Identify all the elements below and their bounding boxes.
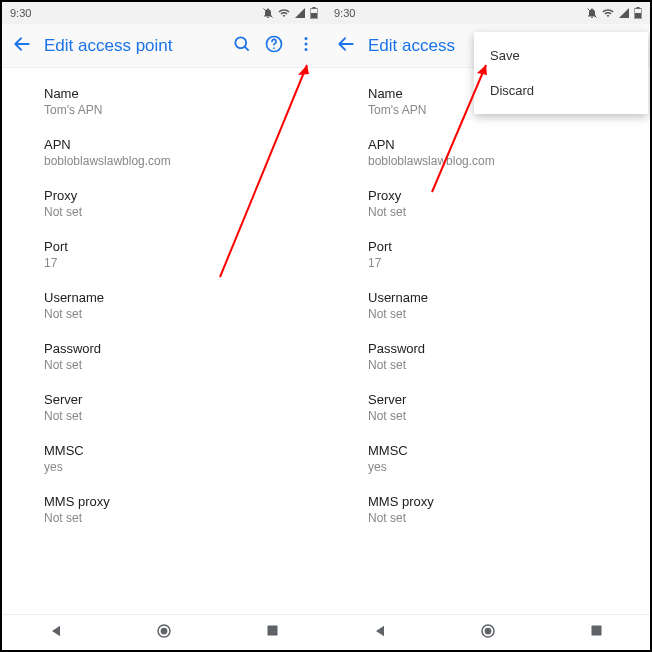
wifi-icon [602,7,614,19]
field-label: Username [44,290,314,305]
field-label: MMS proxy [44,494,314,509]
field-apn[interactable]: APNbobloblawslawblog.com [44,127,326,178]
status-bar: 9:30 [2,2,326,24]
field-username[interactable]: UsernameNot set [368,280,650,331]
menu-item-discard[interactable]: Discard [474,73,648,108]
svg-line-6 [245,46,249,50]
field-value: yes [368,460,638,474]
battery-icon [310,7,318,19]
nav-home-button[interactable] [155,622,173,644]
field-label: Name [44,86,314,101]
field-label: MMS proxy [368,494,638,509]
field-value: Not set [368,409,638,423]
app-bar: Edit access point [2,24,326,68]
svg-point-23 [485,627,492,634]
field-name[interactable]: NameTom's APN [44,76,326,127]
field-label: Password [44,341,314,356]
field-value: 17 [368,256,638,270]
dnd-icon [586,7,598,19]
field-label: Proxy [368,188,638,203]
field-proxy[interactable]: ProxyNot set [44,178,326,229]
svg-point-8 [273,47,275,49]
svg-rect-2 [313,7,316,9]
field-label: APN [368,137,638,152]
field-label: Proxy [44,188,314,203]
svg-rect-19 [637,7,640,9]
wifi-icon [278,7,290,19]
field-server[interactable]: ServerNot set [368,382,650,433]
field-label: Username [368,290,638,305]
field-mms-proxy[interactable]: MMS proxyNot set [44,484,326,535]
page-title: Edit access point [44,36,220,56]
svg-point-5 [235,37,246,48]
field-label: Password [368,341,638,356]
screen-left: 9:30 Edit access point N [2,2,326,650]
field-label: MMSC [44,443,314,458]
nav-back-button[interactable] [372,623,388,643]
field-value: Not set [44,409,314,423]
field-value: Not set [368,205,638,219]
field-value: Not set [368,511,638,525]
field-password[interactable]: PasswordNot set [368,331,650,382]
battery-icon [634,7,642,19]
field-label: Server [44,392,314,407]
fields-list: NameTom's APN APNbobloblawslawblog.com P… [326,68,650,614]
field-mmsc[interactable]: MMSCyes [44,433,326,484]
fade [2,594,326,614]
field-value: Tom's APN [44,103,314,117]
field-mmsc[interactable]: MMSCyes [368,433,650,484]
field-value: Not set [368,358,638,372]
status-bar: 9:30 [326,2,650,24]
svg-point-11 [305,47,308,50]
field-server[interactable]: ServerNot set [44,382,326,433]
field-value: Not set [44,358,314,372]
search-button[interactable] [232,34,252,58]
svg-rect-20 [635,13,641,18]
menu-item-save[interactable]: Save [474,38,648,73]
nav-recent-button[interactable] [589,623,604,642]
field-value: bobloblawslawblog.com [44,154,314,168]
field-label: APN [44,137,314,152]
back-button[interactable] [12,34,32,58]
svg-point-9 [305,37,308,40]
status-icons [586,7,642,19]
field-label: Port [368,239,638,254]
field-value: yes [44,460,314,474]
field-value: Not set [368,307,638,321]
field-value: Not set [44,511,314,525]
back-button[interactable] [336,34,356,58]
nav-home-button[interactable] [479,622,497,644]
field-port[interactable]: Port17 [368,229,650,280]
fields-list: NameTom's APN APNbobloblawslawblog.com P… [2,68,326,614]
dnd-icon [262,7,274,19]
svg-rect-14 [268,626,278,636]
fade [326,594,650,614]
field-username[interactable]: UsernameNot set [44,280,326,331]
nav-bar [2,614,326,650]
field-label: Port [44,239,314,254]
nav-recent-button[interactable] [265,623,280,642]
overflow-menu-button[interactable] [296,34,316,58]
field-proxy[interactable]: ProxyNot set [368,178,650,229]
field-value: Not set [44,205,314,219]
field-value: 17 [44,256,314,270]
nav-back-button[interactable] [48,623,64,643]
svg-rect-24 [592,626,602,636]
nav-bar [326,614,650,650]
field-password[interactable]: PasswordNot set [44,331,326,382]
svg-point-13 [161,627,168,634]
screen-right: 9:30 Edit access NameTom's APN APNboblob… [326,2,650,650]
field-label: MMSC [368,443,638,458]
field-value: Not set [44,307,314,321]
field-mms-proxy[interactable]: MMS proxyNot set [368,484,650,535]
svg-rect-3 [311,13,317,18]
help-button[interactable] [264,34,284,58]
status-time: 9:30 [10,7,31,19]
svg-point-10 [305,42,308,45]
signal-icon [618,7,630,19]
signal-icon [294,7,306,19]
field-apn[interactable]: APNbobloblawslawblog.com [368,127,650,178]
field-label: Server [368,392,638,407]
field-port[interactable]: Port17 [44,229,326,280]
status-time: 9:30 [334,7,355,19]
